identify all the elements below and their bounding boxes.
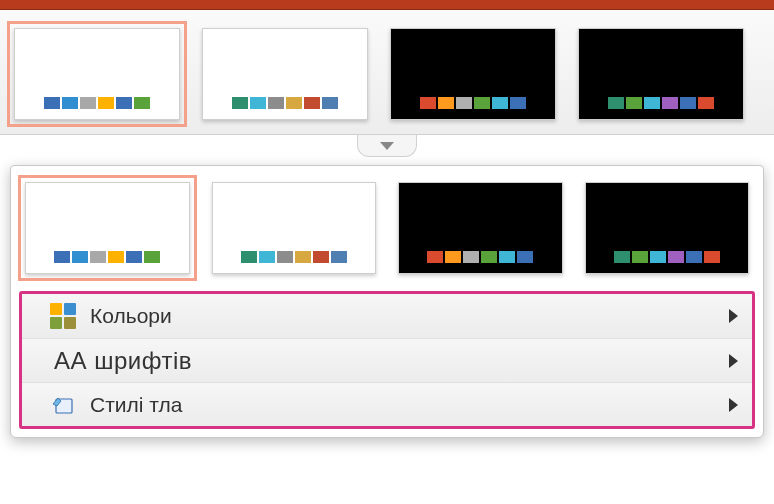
color-swatch xyxy=(662,97,678,109)
color-swatch xyxy=(668,251,684,263)
colors-icon-swatch xyxy=(64,317,76,329)
color-swatch xyxy=(632,251,648,263)
color-swatch xyxy=(517,251,533,263)
color-swatch xyxy=(134,97,150,109)
color-swatch xyxy=(54,251,70,263)
menu-item-background-styles[interactable]: Стилі тла xyxy=(22,382,752,426)
color-swatch xyxy=(445,251,461,263)
ribbon-variant-2[interactable] xyxy=(390,28,556,120)
color-swatch-row xyxy=(241,251,347,263)
color-swatch xyxy=(608,97,624,109)
theme-variants-ribbon xyxy=(0,10,774,135)
background-styles-icon xyxy=(50,392,76,418)
color-swatch xyxy=(259,251,275,263)
variants-dropdown-panel: Кольори АА шрифтів Стилі тла xyxy=(10,165,764,438)
color-swatch xyxy=(698,97,714,109)
color-swatch xyxy=(438,97,454,109)
colors-icon-swatch xyxy=(50,303,62,315)
colors-icon-swatch xyxy=(64,303,76,315)
color-swatch xyxy=(704,251,720,263)
variants-expand-row xyxy=(0,135,774,159)
dropdown-variant-3[interactable] xyxy=(585,182,750,274)
dropdown-variant-0[interactable] xyxy=(25,182,190,274)
color-swatch xyxy=(277,251,293,263)
color-swatch-row xyxy=(608,97,714,109)
menu-item-colors-label: Кольори xyxy=(90,304,729,328)
color-swatch-row xyxy=(420,97,526,109)
color-swatch xyxy=(644,97,660,109)
color-swatch xyxy=(304,97,320,109)
ribbon-variant-3[interactable] xyxy=(578,28,744,120)
dropdown-variant-2[interactable] xyxy=(398,182,563,274)
color-swatch xyxy=(650,251,666,263)
color-swatch xyxy=(268,97,284,109)
variants-expand-button[interactable] xyxy=(357,135,417,157)
color-swatch xyxy=(420,97,436,109)
variants-submenu-highlight: Кольори АА шрифтів Стилі тла xyxy=(19,291,755,429)
color-swatch xyxy=(481,251,497,263)
color-swatch xyxy=(44,97,60,109)
chevron-right-icon xyxy=(729,309,738,323)
color-swatch xyxy=(427,251,443,263)
color-swatch xyxy=(116,97,132,109)
color-swatch xyxy=(313,251,329,263)
ribbon-variant-0[interactable] xyxy=(14,28,180,120)
color-swatch-row xyxy=(614,251,720,263)
color-swatch xyxy=(250,97,266,109)
color-swatch xyxy=(98,97,114,109)
color-swatch xyxy=(499,251,515,263)
color-swatch xyxy=(62,97,78,109)
color-swatch xyxy=(286,97,302,109)
color-swatch xyxy=(510,97,526,109)
menu-item-fonts[interactable]: АА шрифтів xyxy=(22,338,752,382)
menu-item-bg-label: Стилі тла xyxy=(90,393,729,417)
color-swatch xyxy=(90,251,106,263)
colors-icon-swatch xyxy=(50,317,62,329)
app-title-bar xyxy=(0,0,774,10)
color-swatch xyxy=(456,97,472,109)
color-swatch xyxy=(680,97,696,109)
color-swatch xyxy=(614,251,630,263)
color-swatch xyxy=(232,97,248,109)
color-swatch xyxy=(492,97,508,109)
color-swatch xyxy=(331,251,347,263)
menu-item-colors[interactable]: Кольори xyxy=(22,294,752,338)
ribbon-variant-1[interactable] xyxy=(202,28,368,120)
color-swatch xyxy=(72,251,88,263)
chevron-right-icon xyxy=(729,354,738,368)
color-swatch xyxy=(80,97,96,109)
color-swatch-row xyxy=(427,251,533,263)
color-swatch xyxy=(474,97,490,109)
color-swatch xyxy=(144,251,160,263)
dropdown-variant-1[interactable] xyxy=(212,182,377,274)
menu-item-fonts-label: АА шрифтів xyxy=(54,347,729,375)
color-swatch xyxy=(463,251,479,263)
color-swatch xyxy=(126,251,142,263)
color-swatch-row xyxy=(232,97,338,109)
color-swatch-row xyxy=(44,97,150,109)
dropdown-variants-row xyxy=(11,166,763,288)
colors-icon xyxy=(50,303,76,329)
color-swatch xyxy=(295,251,311,263)
chevron-down-icon xyxy=(380,142,394,150)
chevron-right-icon xyxy=(729,398,738,412)
color-swatch xyxy=(322,97,338,109)
color-swatch xyxy=(241,251,257,263)
color-swatch xyxy=(108,251,124,263)
color-swatch xyxy=(686,251,702,263)
color-swatch-row xyxy=(54,251,160,263)
color-swatch xyxy=(626,97,642,109)
